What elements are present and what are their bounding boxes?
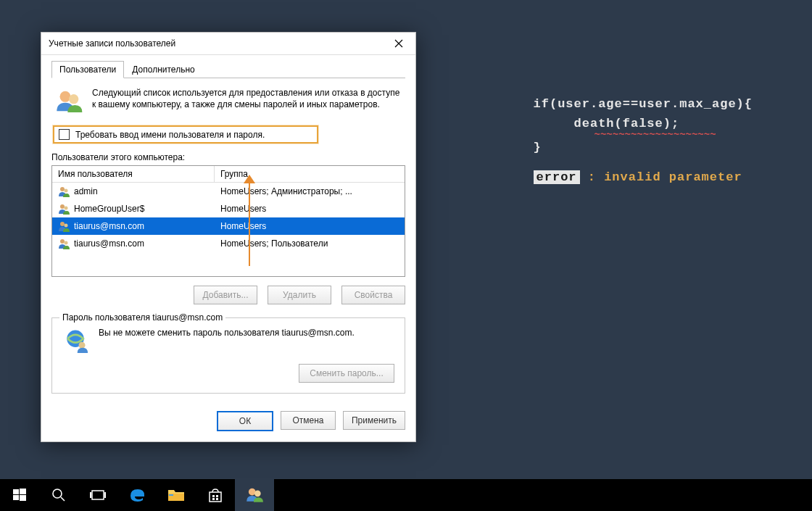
user-accounts-dialog: Учетные записи пользователей Пользовател… <box>41 32 416 442</box>
delete-button[interactable]: Удалить <box>268 286 331 304</box>
start-button[interactable] <box>0 479 39 511</box>
svg-rect-13 <box>20 489 26 494</box>
svg-rect-18 <box>92 491 104 499</box>
svg-point-2 <box>60 187 65 191</box>
svg-rect-20 <box>104 492 106 498</box>
svg-point-6 <box>60 222 65 226</box>
taskview-button[interactable] <box>78 479 117 511</box>
svg-rect-15 <box>20 495 26 501</box>
svg-rect-19 <box>90 492 91 498</box>
error-message: : invalid parameter <box>580 170 742 184</box>
store-button[interactable] <box>196 479 235 511</box>
svg-rect-24 <box>216 495 218 497</box>
svg-rect-14 <box>13 495 19 500</box>
search-icon <box>51 488 66 502</box>
svg-rect-23 <box>212 495 215 497</box>
svg-point-9 <box>65 241 68 245</box>
svg-point-11 <box>79 342 86 349</box>
password-message: Вы не можете сменить пароль пользователя… <box>99 327 355 338</box>
user-accounts-taskbutton[interactable] <box>235 479 274 511</box>
close-icon <box>394 39 403 48</box>
list-row[interactable]: admin HomeUsers; Администраторы; ... <box>52 183 405 200</box>
code-line-1: if(user.age==user.max_age){ <box>534 97 753 111</box>
window-title: Учетные записи пользователей <box>49 38 175 49</box>
password-group: Пароль пользователя tiaurus@msn.com Вы н… <box>51 317 405 394</box>
user-icon <box>58 186 70 197</box>
require-login-label: Требовать ввод имени пользователя и паро… <box>75 130 265 140</box>
edge-icon <box>128 486 146 504</box>
svg-rect-25 <box>212 498 215 500</box>
list-label: Пользователи этого компьютера: <box>51 152 405 162</box>
windows-icon <box>13 489 26 502</box>
intro-text: Следующий список используется для предос… <box>92 87 405 110</box>
col-group[interactable]: Группа <box>215 166 405 183</box>
cancel-button[interactable]: Отмена <box>281 411 336 430</box>
add-button[interactable]: Добавить... <box>194 286 257 304</box>
svg-point-27 <box>249 489 256 496</box>
change-password-button[interactable]: Сменить пароль... <box>299 364 394 383</box>
taskview-icon <box>90 489 106 502</box>
user-icon <box>58 203 70 215</box>
apply-button[interactable]: Применить <box>343 411 405 430</box>
tab-advanced[interactable]: Дополнительно <box>124 61 202 78</box>
user-icon <box>58 238 70 249</box>
list-header[interactable]: Имя пользователя Группа <box>52 166 405 183</box>
require-login-checkbox[interactable] <box>59 129 70 140</box>
users-icon <box>54 87 83 118</box>
tabs: Пользователи Дополнительно <box>51 61 405 78</box>
svg-rect-12 <box>13 489 19 494</box>
svg-rect-22 <box>169 494 173 496</box>
store-icon <box>207 487 223 503</box>
taskbar[interactable] <box>0 479 812 511</box>
folder-icon <box>167 488 185 502</box>
list-row[interactable]: HomeGroupUser$ HomeUsers <box>52 200 405 217</box>
svg-point-28 <box>254 491 261 497</box>
code-line-2: death(false); <box>574 117 680 130</box>
password-group-title: Пароль пользователя tiaurus@msn.com <box>59 312 225 323</box>
tab-users[interactable]: Пользователи <box>51 61 124 78</box>
svg-line-17 <box>61 497 65 501</box>
user-icon <box>58 220 70 232</box>
edge-button[interactable] <box>117 479 157 511</box>
titlebar[interactable]: Учетные записи пользователей <box>41 33 415 55</box>
properties-button[interactable]: Свойства <box>341 286 405 304</box>
list-row[interactable]: tiaurus@msn.com HomeUsers <box>52 217 405 235</box>
svg-point-0 <box>60 91 71 102</box>
require-login-row[interactable]: Требовать ввод имени пользователя и паро… <box>53 125 318 144</box>
close-button[interactable] <box>382 33 415 54</box>
users-icon <box>245 486 264 504</box>
svg-point-3 <box>65 189 68 193</box>
svg-point-4 <box>60 204 65 209</box>
wallpaper-code: if(user.age==user.max_age){ death(false)… <box>534 94 753 187</box>
svg-point-1 <box>69 94 78 104</box>
svg-point-7 <box>65 224 68 228</box>
explorer-button[interactable] <box>157 479 196 511</box>
code-line-3: } <box>534 141 542 154</box>
svg-point-8 <box>60 239 65 244</box>
error-label: error <box>534 170 580 184</box>
desktop: if(user.age==user.max_age){ death(false)… <box>0 0 812 511</box>
list-row[interactable]: tiaurus@msn.com HomeUsers; Пользователи <box>52 235 405 252</box>
users-list[interactable]: Имя пользователя Группа admin HomeUsers;… <box>51 165 405 277</box>
search-button[interactable] <box>39 479 78 511</box>
svg-point-16 <box>53 489 62 498</box>
col-username[interactable]: Имя пользователя <box>52 166 215 183</box>
svg-point-5 <box>65 207 68 210</box>
globe-user-icon <box>62 327 88 355</box>
svg-rect-26 <box>216 498 218 500</box>
ok-button[interactable]: ОК <box>217 411 273 431</box>
